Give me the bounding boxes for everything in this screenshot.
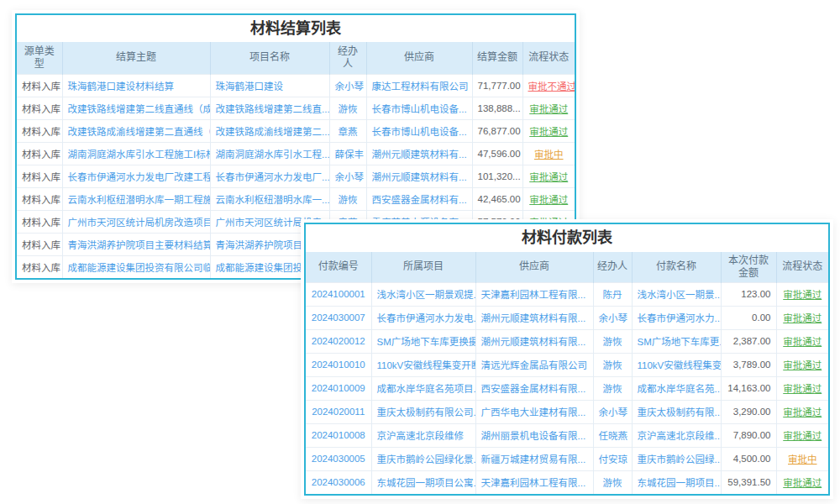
settlement-subject-link[interactable]: 改建铁路线增建第二线直通线（成... <box>62 97 210 119</box>
supplier-link[interactable]: 天津嘉利园林工程有限... <box>475 470 593 494</box>
project-link[interactable]: 重庆太极制药有限公司... <box>371 400 475 423</box>
process-status-badge: 审批通过 <box>776 306 828 329</box>
handler-link[interactable]: 任晓燕 <box>593 423 632 447</box>
process-status-badge: 审批不通过 <box>522 74 575 97</box>
payment-no-link[interactable]: 2024010009 <box>306 376 371 400</box>
table-row: 2024030005重庆市鹅岭公园绿化景...新疆万城建材贸易有限...付安琼重… <box>306 447 828 470</box>
project-link[interactable]: 110kV安徽线程集变开断... <box>371 353 475 376</box>
payment-name-link[interactable]: 重庆市鹅岭公园绿... <box>632 447 721 470</box>
settlement-subject-link[interactable]: 广州市天河区统计局机房改造项目... <box>62 210 210 233</box>
project-link[interactable]: 长春市伊通河水力发电... <box>371 306 475 329</box>
payment-no-link[interactable]: 2024020012 <box>306 329 371 353</box>
column-header-payment-no: 付款编号 <box>306 252 371 282</box>
handler-link[interactable]: 游恢 <box>593 376 632 400</box>
payment-amount-cell: 59,391.50 <box>721 470 776 494</box>
payment-name-link[interactable]: 成都水岸华庭名苑... <box>632 376 721 400</box>
handler-link[interactable]: 陈丹 <box>593 282 632 306</box>
supplier-link[interactable]: 潮州元顺建筑材料有... <box>366 165 472 187</box>
handler-link[interactable]: 余小琴 <box>593 400 632 423</box>
settlement-amount-cell: 47,596.00 <box>472 142 522 165</box>
payment-no-link[interactable]: 2024100001 <box>306 282 371 306</box>
handler-link[interactable]: 余小琴 <box>329 165 366 187</box>
handler-link[interactable]: 薛保丰 <box>329 142 366 165</box>
settlement-subject-link[interactable]: 珠海鹤港口建设材料结算 <box>62 74 210 97</box>
settlement-subject-link[interactable]: 青海洪湖养护院项目主要材料结算 <box>62 233 210 255</box>
handler-link[interactable]: 游恢 <box>593 329 632 353</box>
payment-name-link[interactable]: 浅水湾小区一期景... <box>632 282 721 306</box>
supplier-link[interactable]: 天津嘉利园林工程有限... <box>475 282 593 306</box>
payment-name-link[interactable]: 110kV安徽线程集变... <box>632 353 721 376</box>
payment-no-link[interactable]: 2024020011 <box>306 400 371 423</box>
supplier-link[interactable]: 长春市博山机电设备... <box>366 97 472 119</box>
project-name-link[interactable]: 湖南洞庭湖水库引水工程... <box>210 142 329 165</box>
handler-link[interactable]: 游恢 <box>329 187 366 210</box>
project-link[interactable]: 东城花园一期项目公寓... <box>371 470 475 494</box>
supplier-link[interactable]: 西安盛器金属材料有限... <box>475 376 593 400</box>
handler-link[interactable]: 章燕 <box>329 119 366 142</box>
project-link[interactable]: 浅水湾小区一期景观提... <box>371 282 475 306</box>
payment-no-link[interactable]: 2024010010 <box>306 353 371 376</box>
payment-name-link[interactable]: 京沪高速北京段维... <box>632 423 721 447</box>
project-link[interactable]: 京沪高速北京段维修 <box>371 423 475 447</box>
payment-amount-cell: 7,890.00 <box>721 423 776 447</box>
payment-no-link[interactable]: 2024030006 <box>306 470 371 494</box>
table-row: 2024020011重庆太极制药有限公司...广西华电大业建材有限...余小琴重… <box>306 400 828 423</box>
supplier-link[interactable]: 广西华电大业建材有限... <box>475 400 593 423</box>
settlement-subject-link[interactable]: 改建铁路成渝线增建第二直通线（... <box>62 119 210 142</box>
project-name-link[interactable]: 改建铁路成渝线增建第二... <box>210 119 329 142</box>
supplier-link[interactable]: 新疆万城建材贸易有限... <box>475 447 593 470</box>
supplier-link[interactable]: 湖州丽景机电设备有限... <box>475 423 593 447</box>
payment-amount-cell: 4,500.00 <box>721 447 776 470</box>
project-link[interactable]: 重庆市鹅岭公园绿化景... <box>371 447 475 470</box>
table-row: 材料入库改建铁路线增建第二线直通线（成...改建铁路线增建第二线直...游恢长春… <box>17 97 575 119</box>
supplier-link[interactable]: 康达工程材料有限公司 <box>366 74 472 97</box>
column-header-settlement-subject: 结算主题 <box>62 42 210 74</box>
supplier-link[interactable]: 长春市博山机电设备... <box>366 119 472 142</box>
payment-data-grid: 付款编号所属项目供应商经办人付款名称本次付款金额流程状态 2024100001浅… <box>306 252 828 494</box>
table-row: 2024100001浅水湾小区一期景观提...天津嘉利园林工程有限...陈丹浅水… <box>306 282 828 306</box>
payment-no-link[interactable]: 2024030007 <box>306 306 371 329</box>
project-name-link[interactable]: 云南水利枢纽潜明水库一... <box>210 187 329 210</box>
payment-name-link[interactable]: 东城花园一期项目... <box>632 470 721 494</box>
payment-no-link[interactable]: 2024030005 <box>306 447 371 470</box>
project-name-link[interactable]: 长春市伊通河水力发电厂... <box>210 165 329 187</box>
table-row: 材料入库云南水利枢纽潜明水库一期工程施...云南水利枢纽潜明水库一...游恢西安… <box>17 187 575 210</box>
table-row: 2024030006东城花园一期项目公寓...天津嘉利园林工程有限...游恢东城… <box>306 470 828 494</box>
supplier-link[interactable]: 清远光辉金属品有限公司 <box>475 353 593 376</box>
handler-link[interactable]: 游恢 <box>593 353 632 376</box>
supplier-link[interactable]: 潮州元顺建筑材料有... <box>366 142 472 165</box>
settlement-subject-link[interactable]: 湖南洞庭湖水库引水工程施工I标材... <box>62 142 210 165</box>
payment-table-frame: 材料付款列表 付款编号所属项目供应商经办人付款名称本次付款金额流程状态 2024… <box>304 223 830 496</box>
table-row: 材料入库湖南洞庭湖水库引水工程施工I标材...湖南洞庭湖水库引水工程...薛保丰… <box>17 142 575 165</box>
payment-name-link[interactable]: SM广场地下车库更... <box>632 329 721 353</box>
settlement-subject-link[interactable]: 长春市伊通河水力发电厂改建工程... <box>62 165 210 187</box>
source-type-cell: 材料入库 <box>17 165 62 187</box>
settlement-amount-cell: 76,877.00 <box>472 119 522 142</box>
handler-link[interactable]: 游恢 <box>329 97 366 119</box>
process-status-badge: 审批通过 <box>776 353 828 376</box>
settlement-amount-cell: 42,465.00 <box>472 187 522 210</box>
project-name-link[interactable]: 珠海鹤港口建设 <box>210 74 329 97</box>
supplier-link[interactable]: 西安盛器金属材料有... <box>366 187 472 210</box>
column-header-supplier: 供应商 <box>366 42 472 74</box>
source-type-cell: 材料入库 <box>17 119 62 142</box>
column-header-handler: 经办人 <box>329 42 366 74</box>
process-status-badge: 审批通过 <box>776 470 828 494</box>
project-link[interactable]: 成都水岸华庭名苑项目... <box>371 376 475 400</box>
project-name-link[interactable]: 改建铁路线增建第二线直... <box>210 97 329 119</box>
header-row: 付款编号所属项目供应商经办人付款名称本次付款金额流程状态 <box>306 252 828 282</box>
source-type-cell: 材料入库 <box>17 210 62 233</box>
settlement-subject-link[interactable]: 成都能源建设集团投资有限公司临... <box>62 255 210 278</box>
handler-link[interactable]: 余小琴 <box>329 74 366 97</box>
payment-no-link[interactable]: 2024010008 <box>306 423 371 447</box>
supplier-link[interactable]: 潮州元顺建筑材料有限... <box>475 329 593 353</box>
handler-link[interactable]: 付安琼 <box>593 447 632 470</box>
table-row: 材料入库长春市伊通河水力发电厂改建工程...长春市伊通河水力发电厂...余小琴潮… <box>17 165 575 187</box>
supplier-link[interactable]: 潮州元顺建筑材料有限... <box>475 306 593 329</box>
payment-name-link[interactable]: 长春市伊通河水力... <box>632 306 721 329</box>
payment-name-link[interactable]: 重庆太极制药有限... <box>632 400 721 423</box>
handler-link[interactable]: 游恢 <box>593 470 632 494</box>
project-link[interactable]: SM广场地下车库更换摄... <box>371 329 475 353</box>
handler-link[interactable]: 余小琴 <box>593 306 632 329</box>
settlement-subject-link[interactable]: 云南水利枢纽潜明水库一期工程施... <box>62 187 210 210</box>
